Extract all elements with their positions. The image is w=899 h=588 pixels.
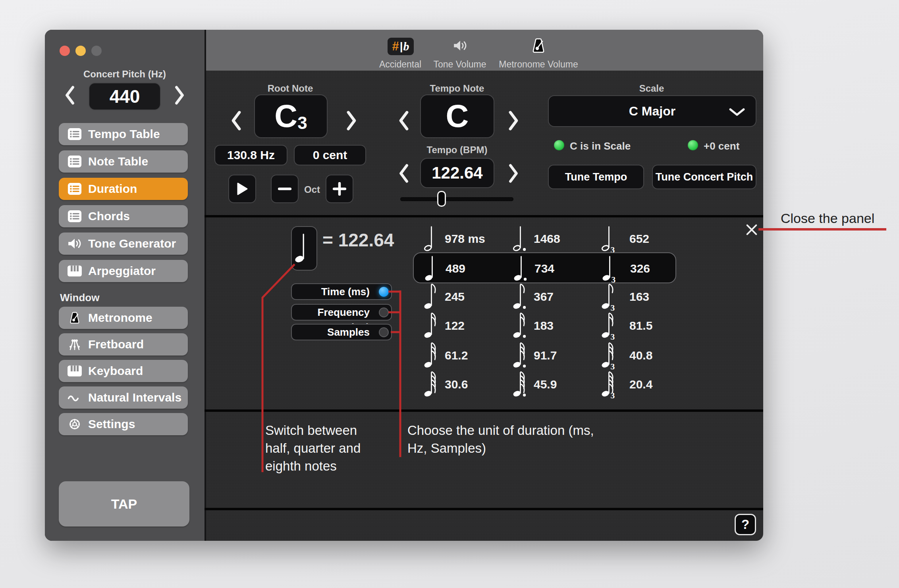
sidebar-item-arpeggiator[interactable]: Arpeggiator [59,260,188,282]
chevron-left-icon [64,84,76,106]
sharp-glyph: # [392,39,399,54]
play-note-button[interactable] [228,175,256,203]
sixteenth-note-triplet-icon: 3 [598,311,621,340]
unit-samples-button[interactable]: Samples [291,324,392,340]
half-note-triplet-icon: 3 [598,224,621,254]
tone-volume-icon[interactable] [453,39,468,52]
tempo-slider-thumb[interactable] [437,191,446,207]
unit-label: Time (ms) [296,284,370,299]
duration-value: 489 [446,253,465,284]
tempo-bpm-value[interactable]: 122.64 [420,158,494,188]
in-scale-text: C is in Scale [570,140,631,152]
fretboard-icon [67,338,82,351]
eighth-note-icon [420,282,444,311]
duration-value: 734 [534,253,554,284]
concert-pitch-value[interactable]: 440 [89,83,161,110]
sidebar-item-label: Tone Generator [88,237,176,250]
octave-label: Oct [300,184,324,195]
sidebar-item-settings[interactable]: Settings [59,413,188,435]
unit-time-radio[interactable] [379,287,389,297]
chevron-left-icon [397,110,411,131]
duration-row-thirtysecond[interactable]: 61.2 91.7 3 40.8 [413,340,676,371]
sidebar-item-label: Chords [88,209,130,223]
concert-pitch-increment[interactable] [174,84,185,106]
cent-led [688,140,698,150]
tune-tempo-button[interactable]: Tune Tempo [548,165,644,189]
tempo-decrement[interactable] [397,163,411,183]
root-note-previous[interactable] [230,110,243,131]
octave-down-button[interactable] [271,175,299,203]
duration-row-sixteenth[interactable]: 122 183 3 81.5 [413,310,676,341]
sidebar-item-label: Keyboard [88,364,143,378]
octave-up-button[interactable] [326,175,353,203]
sidebar-item-label: Note Table [88,155,148,168]
tempo-note-next[interactable] [507,110,520,131]
dotted-eighth-note-icon [509,282,533,311]
duration-row-sixtyfourth[interactable]: 30.6 45.9 3 20.4 [413,369,676,400]
annotation-close-panel: Close the panel [781,211,874,226]
sidebar-item-label: Metronome [88,311,152,325]
duration-value: 326 [630,253,650,284]
duration-value: 30.6 [445,369,468,400]
chevron-right-icon [174,84,185,106]
sidebar-item-metronome[interactable]: Metronome [59,307,188,329]
tap-tempo-button[interactable]: TAP [59,481,189,527]
accidental-icon[interactable]: # | b [388,38,414,55]
tempo-bpm-label: Tempo (BPM) [417,144,497,156]
close-window-button[interactable] [60,46,70,56]
duration-value: 978 ms [445,223,485,254]
duration-value: 40.8 [629,340,652,371]
duration-row-eighth[interactable]: 245 367 3 163 [413,281,676,312]
tempo-slider-track[interactable] [400,197,513,201]
sidebar-item-natural-intervals[interactable]: Natural Intervals [59,386,188,409]
duration-row-quarter-selected[interactable]: 489 734 3 326 [413,252,676,283]
duration-value: 1468 [534,223,560,254]
chevron-left-icon [230,110,243,131]
unit-time-button[interactable]: Time (ms) [291,283,392,300]
root-note-letter: C [274,98,297,135]
tempo-increment[interactable] [507,163,520,183]
duration-value: 91.7 [534,340,557,371]
sidebar-item-fretboard[interactable]: Fretboard [59,333,188,355]
unit-samples-radio[interactable] [379,327,389,337]
selected-note-button[interactable] [291,226,317,271]
piano-icon [67,365,82,377]
scale-label: Scale [612,83,691,94]
play-icon [236,182,248,196]
half-note-icon [420,224,444,254]
sidebar-item-keyboard[interactable]: Keyboard [59,360,188,382]
list-icon [67,183,82,195]
sidebar-item-tempo-table[interactable]: Tempo Table [59,123,188,145]
unit-frequency-radio[interactable] [379,307,389,317]
help-button[interactable]: ? [735,514,756,535]
sidebar: Concert Pitch (Hz) 440 Tempo Table Note … [45,30,204,541]
sidebar-item-duration[interactable]: Duration [59,178,188,200]
toolbar: # | b Accidental Tone Volume Metronome V… [206,30,763,71]
root-note-next[interactable] [345,110,358,131]
tempo-note-previous[interactable] [397,110,411,131]
scale-dropdown[interactable]: C Major [548,95,756,127]
duration-value: 183 [534,310,554,341]
tempo-note-display[interactable]: C [420,94,494,138]
svg-text:3: 3 [611,332,615,340]
close-panel-button[interactable] [745,223,758,236]
duration-row-half[interactable]: 978 ms 1468 3 652 [413,223,676,254]
note-equals-value: = 122.64 [322,228,394,252]
chevron-right-icon [507,163,520,183]
sidebar-item-label: Fretboard [88,338,144,351]
sidebar-item-tone-generator[interactable]: Tone Generator [59,233,188,255]
speaker-icon [67,237,82,250]
sidebar-item-note-table[interactable]: Note Table [59,150,188,173]
zoom-window-button[interactable] [91,46,102,56]
metronome-volume-icon[interactable] [531,37,546,54]
dotted-thirtysecond-note-icon [509,341,533,370]
root-note-display[interactable]: C 3 [254,94,328,138]
sidebar-item-chords[interactable]: Chords [59,205,188,227]
metronome-icon [67,311,82,324]
unit-frequency-button[interactable]: Frequency (Hz) [291,304,392,321]
tune-concert-pitch-button[interactable]: Tune Concert Pitch [652,165,756,189]
minimize-window-button[interactable] [75,46,86,56]
unit-label: Samples [296,325,370,340]
concert-pitch-decrement[interactable] [64,84,76,106]
duration-value: 652 [629,223,649,254]
